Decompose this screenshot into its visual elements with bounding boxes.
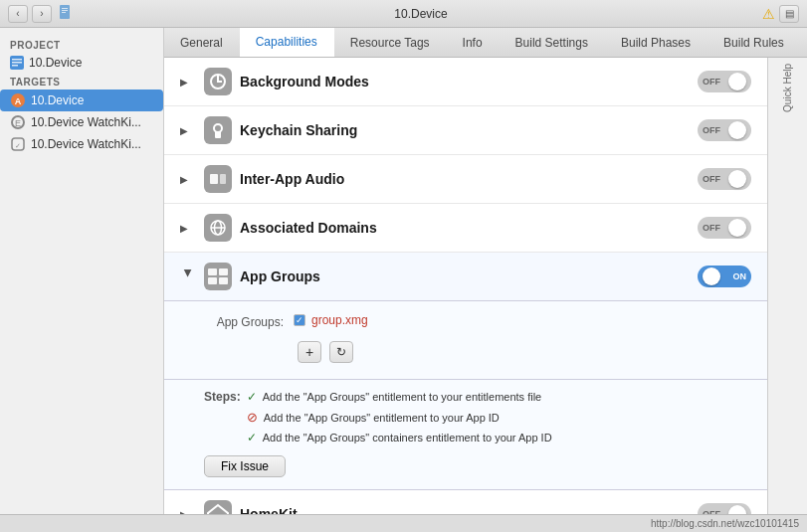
keychain-sharing-toggle[interactable]: OFF: [698, 119, 751, 141]
file-icon: [58, 4, 74, 20]
add-group-button[interactable]: +: [298, 341, 321, 363]
app-groups-list-label: App Groups:: [204, 313, 294, 329]
svg-rect-6: [12, 62, 22, 64]
sidebar-item-target-1[interactable]: E 10.Device WatchKi...: [0, 111, 163, 133]
app-groups-content: App Groups: ✓ group.xmg +: [164, 301, 767, 380]
status-url: http://blog.csdn.net/wzc10101415: [651, 518, 799, 529]
background-modes-toggle[interactable]: OFF: [698, 71, 751, 92]
expand-associated-domains[interactable]: ▶: [180, 223, 196, 234]
watch-target-icon: ✓: [10, 136, 26, 152]
svg-rect-21: [220, 174, 226, 184]
target-0-label: 10.Device: [31, 93, 84, 107]
tab-build-phases[interactable]: Build Phases: [605, 28, 707, 57]
step-1-status-icon: ⊘: [247, 410, 258, 425]
background-modes-icon: [204, 68, 232, 95]
nav-back-button[interactable]: ‹: [8, 5, 28, 23]
homekit-title: HomeKit: [240, 506, 698, 514]
capability-background-modes: ▶ Background Modes OFF: [164, 58, 767, 106]
steps-section: Steps: ✓ Add the "App Groups" entitlemen…: [164, 380, 767, 490]
capability-associated-domains: ▶ Associated Domains OFF: [164, 204, 767, 253]
refresh-group-button[interactable]: ↻: [329, 341, 353, 363]
svg-rect-18: [215, 131, 221, 138]
step-item-2: ✓ Add the "App Groups" containers entitl…: [247, 431, 552, 444]
app-groups-toggle[interactable]: ON: [698, 266, 751, 287]
associated-domains-title: Associated Domains: [240, 220, 698, 236]
sidebar-item-target-0[interactable]: A 10.Device: [0, 89, 163, 111]
capabilities-content: ▶ Background Modes OFF: [164, 58, 767, 514]
tab-info[interactable]: Info: [447, 28, 500, 57]
background-modes-toggle-label: OFF: [703, 77, 720, 87]
step-item-1: ⊘ Add the "App Groups" entitlement to yo…: [247, 410, 552, 425]
app-groups-actions: + ↻: [298, 341, 727, 363]
main-layout: PROJECT 10.Device TARGETS A 10.Device E: [0, 28, 807, 514]
svg-text:A: A: [15, 96, 22, 106]
expand-background-modes[interactable]: ▶: [180, 77, 196, 88]
svg-rect-3: [62, 12, 66, 13]
svg-rect-29: [208, 277, 217, 284]
associated-domains-toggle-label: OFF: [703, 223, 720, 233]
svg-rect-2: [62, 10, 68, 11]
inter-app-audio-toggle[interactable]: OFF: [698, 168, 751, 190]
sidebar-item-target-2[interactable]: ✓ 10.Device WatchKi...: [0, 133, 163, 155]
project-header: PROJECT: [0, 36, 163, 53]
svg-rect-28: [219, 268, 228, 275]
capability-inter-app-audio: ▶ Inter-App Audio OFF: [164, 155, 767, 204]
homekit-toggle[interactable]: OFF: [698, 503, 751, 514]
svg-rect-30: [219, 277, 228, 284]
tab-build-settings[interactable]: Build Settings: [500, 28, 605, 57]
nav-forward-button[interactable]: ›: [32, 5, 52, 23]
app-groups-icon: [204, 263, 232, 290]
steps-list: ✓ Add the "App Groups" entitlement to yo…: [247, 390, 552, 447]
homekit-icon: [204, 500, 232, 514]
expand-app-groups[interactable]: ▶: [183, 268, 194, 284]
associated-domains-knob: [728, 219, 746, 237]
svg-rect-16: [204, 116, 232, 144]
homekit-knob: [728, 505, 746, 514]
project-item-label: 10.Device: [29, 56, 82, 70]
associated-domains-toggle[interactable]: OFF: [698, 217, 751, 239]
app-group-checkbox-0[interactable]: ✓: [294, 314, 305, 326]
svg-rect-27: [208, 268, 217, 275]
app-groups-list: ✓ group.xmg: [294, 313, 727, 327]
tab-general[interactable]: General: [164, 28, 240, 57]
app-groups-list-row: App Groups: ✓ group.xmg: [204, 313, 727, 329]
capability-homekit: ▶ HomeKit OFF: [164, 490, 767, 514]
steps-label: Steps:: [204, 390, 241, 404]
capability-keychain-sharing: ▶ Keychain Sharing OFF: [164, 106, 767, 155]
status-bar: http://blog.csdn.net/wzc10101415: [0, 514, 807, 532]
tab-bar: General Capabilities Resource Tags Info …: [164, 28, 807, 58]
nav-buttons: ‹ ›: [8, 5, 52, 23]
tab-capabilities[interactable]: Capabilities: [240, 28, 334, 57]
svg-text:✓: ✓: [15, 142, 21, 149]
warning-icon: ⚠: [762, 6, 775, 22]
expand-keychain-sharing[interactable]: ▶: [180, 125, 196, 136]
svg-rect-26: [204, 263, 232, 290]
keychain-sharing-knob: [728, 121, 746, 139]
step-item-0: ✓ Add the "App Groups" entitlement to yo…: [247, 390, 552, 404]
quick-help-panel: Quick Help: [767, 58, 807, 514]
expand-inter-app-audio[interactable]: ▶: [180, 174, 196, 185]
collapse-button[interactable]: ▤: [779, 5, 799, 23]
title-text: 10.Device: [80, 7, 762, 21]
target-1-label: 10.Device WatchKi...: [31, 115, 141, 129]
sidebar: PROJECT 10.Device TARGETS A 10.Device E: [0, 28, 164, 514]
app-groups-title: App Groups: [240, 268, 698, 284]
tab-build-rules[interactable]: Build Rules: [707, 28, 801, 57]
svg-rect-7: [12, 65, 18, 67]
inter-app-audio-icon: [204, 165, 232, 193]
inter-app-audio-knob: [728, 170, 746, 188]
sidebar-item-project[interactable]: 10.Device: [0, 53, 163, 73]
app-groups-knob: [703, 267, 720, 285]
app-target-icon: A: [10, 92, 26, 108]
fix-issue-button[interactable]: Fix Issue: [204, 455, 286, 477]
step-1-text: Add the "App Groups" entitlement to your…: [264, 412, 500, 424]
tab-resource-tags[interactable]: Resource Tags: [334, 28, 447, 57]
step-0-text: Add the "App Groups" entitlement to your…: [263, 391, 542, 403]
background-modes-knob: [728, 73, 746, 90]
svg-rect-1: [62, 8, 68, 9]
quick-help-label: Quick Help: [782, 64, 793, 112]
title-bar: ‹ › 10.Device ⚠ ▤: [0, 0, 807, 28]
project-icon: [10, 56, 24, 70]
ext-target-icon: E: [10, 114, 26, 130]
associated-domains-icon: [204, 214, 232, 242]
